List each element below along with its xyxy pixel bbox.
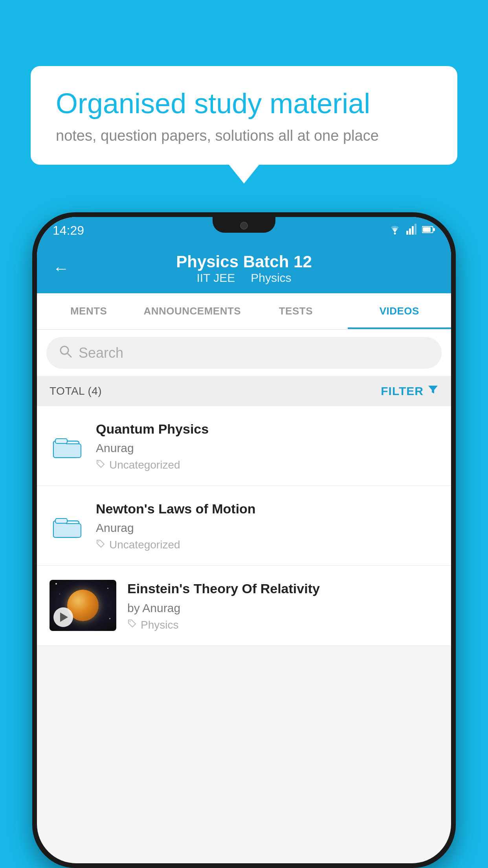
svg-rect-14 — [55, 519, 67, 523]
svg-rect-3 — [412, 226, 414, 235]
header-title: Physics Batch 12 — [176, 252, 312, 271]
svg-rect-1 — [406, 231, 408, 235]
play-icon — [60, 612, 68, 622]
video-title: Einstein's Theory Of Relativity — [127, 580, 438, 597]
tag-icon — [96, 539, 105, 551]
front-camera — [240, 222, 248, 230]
list-item[interactable]: Quantum Physics Anurag Uncategorized — [37, 406, 451, 486]
status-time: 14:29 — [53, 223, 84, 238]
search-icon — [58, 344, 72, 362]
app-screen: 14:29 — [37, 217, 451, 863]
list-item[interactable]: Einstein's Theory Of Relativity by Anura… — [37, 566, 451, 645]
video-title: Quantum Physics — [96, 420, 438, 438]
search-input[interactable]: Search — [79, 345, 123, 361]
search-box[interactable]: Search — [46, 337, 442, 369]
header-tag-iit: IIT JEE — [196, 271, 235, 285]
svg-rect-7 — [433, 228, 435, 231]
app-header: ← Physics Batch 12 IIT JEE Physics — [37, 244, 451, 293]
svg-point-15 — [98, 541, 99, 542]
svg-rect-11 — [55, 439, 67, 443]
svg-point-0 — [394, 232, 396, 234]
filter-button[interactable]: FILTER — [381, 384, 438, 398]
svg-rect-6 — [423, 227, 431, 232]
bubble-subtitle: notes, question papers, solutions all at… — [56, 127, 432, 144]
filter-bar: TOTAL (4) FILTER — [37, 376, 451, 406]
video-info: Newton's Laws of Motion Anurag Uncategor… — [96, 500, 438, 551]
header-tags: IIT JEE Physics — [196, 271, 291, 285]
tab-videos[interactable]: VIDEOS — [348, 293, 451, 329]
notch — [213, 217, 275, 233]
filter-icon — [427, 384, 438, 398]
tab-ments[interactable]: MENTS — [37, 293, 140, 329]
tag-icon — [96, 459, 105, 471]
phone-screen: 14:29 — [37, 217, 451, 863]
video-thumbnail — [50, 580, 116, 631]
video-tag: Uncategorized — [96, 539, 438, 551]
video-list: Quantum Physics Anurag Uncategorized — [37, 406, 451, 646]
video-tag: Uncategorized — [96, 459, 438, 471]
video-title: Newton's Laws of Motion — [96, 500, 438, 517]
svg-rect-2 — [409, 228, 411, 235]
speech-bubble: Organised study material notes, question… — [31, 66, 457, 165]
video-tag: Physics — [127, 619, 438, 631]
signal-icon — [406, 224, 417, 237]
video-author: Anurag — [96, 441, 438, 455]
header-tag-physics: Physics — [251, 271, 291, 285]
video-author: Anurag — [96, 521, 438, 535]
tab-announcements[interactable]: ANNOUNCEMENTS — [140, 293, 244, 329]
tab-tests[interactable]: TESTS — [244, 293, 347, 329]
tag-icon — [127, 619, 137, 631]
folder-icon — [50, 428, 85, 463]
list-item[interactable]: Newton's Laws of Motion Anurag Uncategor… — [37, 486, 451, 566]
video-info: Einstein's Theory Of Relativity by Anura… — [127, 580, 438, 631]
bubble-title: Organised study material — [56, 86, 432, 120]
search-container: Search — [37, 330, 451, 376]
total-count: TOTAL (4) — [50, 385, 102, 397]
svg-line-9 — [67, 353, 71, 357]
status-icons — [388, 224, 435, 237]
battery-icon — [422, 224, 435, 237]
wifi-icon — [388, 224, 402, 237]
svg-point-12 — [98, 461, 99, 462]
phone-frame: 14:29 — [32, 212, 456, 868]
status-bar: 14:29 — [37, 217, 451, 244]
tabs-bar: MENTS ANNOUNCEMENTS TESTS VIDEOS — [37, 293, 451, 330]
back-button[interactable]: ← — [53, 259, 69, 278]
video-info: Quantum Physics Anurag Uncategorized — [96, 420, 438, 471]
svg-point-16 — [130, 621, 131, 622]
video-author: by Anurag — [127, 601, 438, 615]
svg-rect-4 — [415, 224, 416, 235]
folder-icon — [50, 508, 85, 543]
